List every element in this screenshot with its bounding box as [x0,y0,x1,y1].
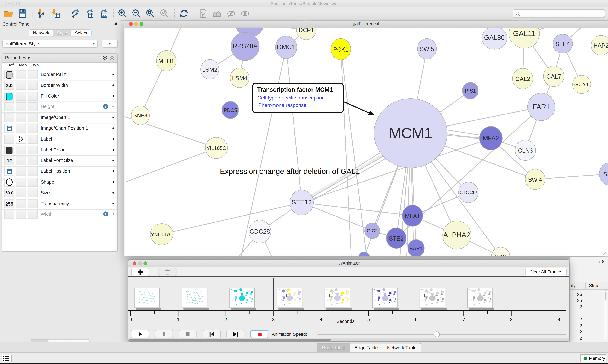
close-panel-icon[interactable]: ✖ [114,22,117,26]
annotation-box[interactable]: Transcription factor MCM1 Cell-type-spec… [252,83,344,113]
table-cell[interactable]: 2 [570,329,582,335]
task-history-button[interactable] [1,355,12,362]
def-cell[interactable] [4,167,14,176]
tab-select[interactable]: Select [70,29,91,36]
expand-row-icon[interactable]: ◀ [112,169,114,173]
resize-grip-icon[interactable] [602,250,607,255]
import-table-button[interactable] [50,8,62,19]
network-node-swi4[interactable]: SWI4 [525,169,545,190]
property-row-width[interactable]: Widthi◀ [2,209,117,221]
refresh-view-button[interactable] [178,8,190,19]
byp-cell[interactable] [28,167,38,176]
maximize-window-icon[interactable] [16,1,20,5]
byp-cell[interactable] [28,135,38,143]
animation-speed-slider[interactable] [318,334,566,335]
frame-thumbnail-6[interactable] [372,288,398,308]
map-cell[interactable] [16,124,26,133]
def-cell[interactable] [4,210,14,219]
network-node-ste12[interactable]: STE12 [290,190,314,215]
property-row-shape[interactable]: Shape◀ [2,177,117,188]
property-row-border-width[interactable]: 2.0Border Width◀ [2,80,117,91]
network-node-cln3[interactable]: CLN3 [515,140,536,161]
byp-cell[interactable] [28,178,38,187]
property-row-height[interactable]: Heighti◀ [2,102,117,113]
map-cell[interactable] [16,135,26,143]
timeline[interactable]: 0123456789 Seconds [128,277,569,328]
table-cell[interactable]: 26 [570,291,582,298]
close-window-icon[interactable] [5,1,8,5]
float-panel-icon[interactable]: □ [110,22,112,26]
float-panel-icon[interactable]: □ [597,260,599,264]
byp-cell[interactable] [28,188,38,197]
network-node-mfa2[interactable]: MFA2 [479,126,503,150]
open-session-button[interactable] [2,8,15,19]
annotation-link-2[interactable]: Pheromone response [258,102,306,108]
playhead[interactable] [274,278,274,316]
table-cell[interactable]: 2 [570,316,582,323]
byp-cell[interactable] [28,156,38,165]
stop-button[interactable] [179,330,197,338]
network-node-gal7[interactable]: GAL7 [543,66,564,87]
network-node-lsm2[interactable]: LSM2 [200,59,219,79]
frame-thumbnail-5[interactable] [324,288,350,308]
def-cell[interactable]: 50.0 [4,188,14,197]
column-header-ity[interactable]: ity [571,283,576,288]
map-cell[interactable] [16,145,26,154]
network-node-mfa1[interactable]: MFA1 [402,205,423,227]
network-node-pis1[interactable]: PIS1 [462,82,479,99]
maximize-window-icon[interactable] [140,22,143,26]
network-node-pdc5[interactable]: PDC5 [222,101,239,119]
byp-cell[interactable] [28,91,38,100]
import-network-button[interactable] [36,8,48,19]
search-input[interactable] [513,9,605,18]
map-cell[interactable] [16,81,26,90]
table-scrollbar[interactable] [604,290,607,339]
table-cell[interactable]: 2 [570,335,582,341]
def-cell[interactable] [4,124,14,133]
property-row-label[interactable]: Label◀ [2,134,117,145]
expand-row-icon[interactable]: ◀ [112,202,114,205]
property-row-size[interactable]: 50.0Size◀ [2,188,117,199]
expand-row-icon[interactable]: ◀ [112,105,114,108]
expand-row-icon[interactable]: ◀ [112,72,114,76]
network-node-mcm1[interactable]: MCM1 [374,98,447,168]
expand-row-icon[interactable]: ◀ [112,191,114,194]
slider-thumb[interactable] [434,331,440,337]
table-cell[interactable]: 2 [570,304,582,310]
property-row-label-color[interactable]: Label Color◀ [2,145,117,156]
minimize-window-icon[interactable] [138,261,142,265]
zoom-in-button[interactable] [116,8,129,19]
minimize-window-icon[interactable] [134,22,138,26]
map-cell[interactable] [16,188,26,197]
byp-cell[interactable] [28,70,38,79]
export-image-button[interactable] [97,8,109,19]
frame-thumbnail-7[interactable] [420,288,445,308]
table-cell[interactable]: 25 [570,298,582,304]
network-node-gcy1[interactable]: GCY1 [572,75,591,94]
export-table-button[interactable] [83,8,95,19]
map-cell[interactable] [16,210,26,219]
expand-row-icon[interactable]: ◀ [112,83,114,87]
expand-row-icon[interactable]: ◀ [112,159,114,162]
property-row-border-paint[interactable]: Border Paint◀ [2,69,117,80]
play-button[interactable] [131,330,149,338]
map-cell[interactable] [16,113,26,122]
def-cell[interactable] [4,102,14,111]
network-node-ynl047c[interactable]: YNL047C [150,223,173,245]
byp-cell[interactable] [28,81,38,90]
network-node-cdc28[interactable]: CDC28 [249,220,271,243]
network-node-alpha2[interactable]: ALPHA2 [442,221,471,249]
byp-cell[interactable] [28,113,38,122]
def-cell[interactable] [4,135,14,143]
export-network-button[interactable] [69,8,81,19]
byp-cell[interactable] [28,199,38,208]
network-node-gal2[interactable]: GAL2 [512,68,533,89]
network-node-bar1[interactable]: BAR1 [408,239,425,256]
close-window-icon[interactable] [133,261,137,265]
record-button[interactable] [250,330,268,338]
network-node-swi5[interactable]: SWI5 [417,38,437,59]
network-node-far1[interactable]: FAR1 [527,93,555,121]
network-node-mth1[interactable]: MTH1 [156,50,176,71]
network-node-ste2[interactable]: STE2 [386,228,406,248]
def-cell[interactable]: 255 [4,199,14,208]
